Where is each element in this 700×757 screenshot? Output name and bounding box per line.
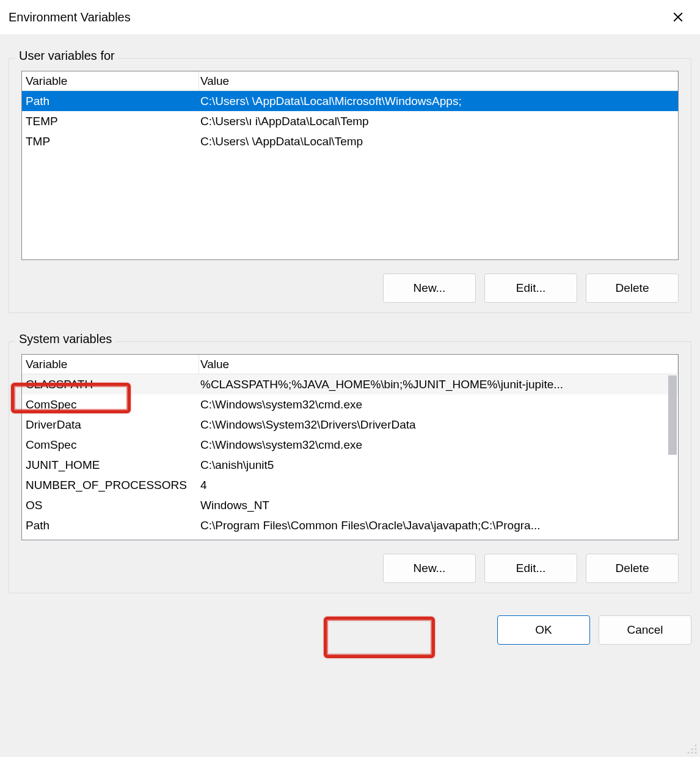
- cancel-button[interactable]: Cancel: [599, 615, 691, 645]
- variable-value: C:\Users\ \AppData\Local\Microsoft\Windo…: [199, 95, 678, 108]
- user-variables-buttons: New... Edit... Delete: [21, 273, 679, 303]
- user-variables-list[interactable]: Variable Value Path C:\Users\ \AppData\L…: [21, 71, 679, 260]
- variable-value: C:\Users\ \AppData\Local\Temp: [199, 135, 678, 148]
- dialog-title: Environment Variables: [9, 10, 131, 24]
- variable-name: NUMBER_OF_PROCESSORS: [22, 479, 199, 492]
- table-row[interactable]: JUNIT_HOME C:\anish\junit5: [22, 455, 678, 475]
- column-header-value[interactable]: Value: [199, 355, 678, 374]
- variable-name: TEMP: [22, 115, 199, 128]
- column-header-variable[interactable]: Variable: [22, 355, 199, 374]
- system-variables-legend: System variables: [15, 332, 115, 346]
- dialog-content: User variables for Variable Value Path C…: [0, 34, 700, 757]
- user-edit-button[interactable]: Edit...: [484, 273, 577, 303]
- table-row[interactable]: NUMBER_OF_PROCESSORS 4: [22, 475, 678, 495]
- variable-name: DriverData: [22, 418, 199, 432]
- column-header-value[interactable]: Value: [199, 71, 678, 90]
- system-variables-group: System variables Variable Value CLASSPAT…: [9, 341, 691, 593]
- system-edit-button[interactable]: Edit...: [484, 554, 577, 583]
- variable-name: TMP: [22, 135, 199, 148]
- close-icon: [673, 12, 684, 23]
- variable-value: 4: [199, 479, 678, 492]
- table-row[interactable]: Path C:\Program Files\Common Files\Oracl…: [22, 515, 678, 535]
- table-row[interactable]: DriverData C:\Windows\System32\Drivers\D…: [22, 415, 678, 435]
- variable-value: Windows_NT: [199, 499, 678, 512]
- svg-point-3: [688, 752, 690, 754]
- system-variables-body: CLASSPATH %CLASSPATH%;%JAVA_HOME%\bin;%J…: [22, 374, 678, 535]
- variable-value: C:\Windows\system32\cmd.exe: [199, 438, 678, 452]
- ok-button[interactable]: OK: [497, 615, 590, 645]
- environment-variables-dialog: Environment Variables User variables for…: [0, 0, 700, 757]
- variable-value: C:\anish\junit5: [199, 458, 678, 472]
- variable-name: ComSpec: [22, 438, 199, 452]
- table-row[interactable]: ComSpec C:\Windows\system32\cmd.exe: [22, 394, 678, 415]
- system-delete-button[interactable]: Delete: [586, 554, 679, 583]
- system-variables-list[interactable]: Variable Value CLASSPATH %CLASSPATH%;%JA…: [21, 354, 679, 540]
- variable-value: C:\Windows\System32\Drivers\DriverData: [199, 418, 678, 432]
- table-row[interactable]: ComSpec C:\Windows\system32\cmd.exe: [22, 435, 678, 455]
- variable-name: JUNIT_HOME: [22, 458, 199, 472]
- list-header[interactable]: Variable Value: [22, 355, 678, 374]
- user-delete-button[interactable]: Delete: [586, 273, 679, 303]
- column-header-variable[interactable]: Variable: [22, 71, 199, 90]
- variable-name: Path: [22, 519, 199, 532]
- variable-name: ComSpec: [22, 398, 199, 411]
- user-variables-legend: User variables for: [15, 49, 118, 63]
- svg-point-0: [695, 745, 697, 747]
- variable-value: C:\Program Files\Common Files\Oracle\Jav…: [199, 519, 678, 532]
- user-new-button[interactable]: New...: [383, 273, 476, 303]
- user-variables-body: Path C:\Users\ \AppData\Local\Microsoft\…: [22, 91, 678, 151]
- dialog-buttons: OK Cancel: [9, 615, 691, 645]
- table-row[interactable]: OS Windows_NT: [22, 495, 678, 515]
- variable-value: C:\Windows\system32\cmd.exe: [199, 398, 678, 411]
- titlebar: Environment Variables: [0, 0, 700, 34]
- svg-point-4: [691, 752, 693, 754]
- table-row[interactable]: CLASSPATH %CLASSPATH%;%JAVA_HOME%\bin;%J…: [22, 374, 678, 394]
- variable-name: Path: [22, 95, 199, 108]
- variable-value: %CLASSPATH%;%JAVA_HOME%\bin;%JUNIT_HOME%…: [199, 378, 678, 391]
- user-variables-group: User variables for Variable Value Path C…: [9, 58, 691, 313]
- system-variables-buttons: New... Edit... Delete: [21, 554, 679, 583]
- resize-grip-icon[interactable]: [687, 744, 698, 755]
- table-row[interactable]: TMP C:\Users\ \AppData\Local\Temp: [22, 131, 678, 151]
- system-new-button[interactable]: New...: [383, 554, 476, 583]
- variable-name: OS: [22, 499, 199, 512]
- svg-point-2: [695, 748, 697, 750]
- variable-value: C:\Users\ı i\AppData\Local\Temp: [199, 115, 678, 128]
- table-row[interactable]: Path C:\Users\ \AppData\Local\Microsoft\…: [22, 91, 678, 111]
- scrollbar-thumb[interactable]: [668, 375, 677, 455]
- svg-point-1: [691, 748, 693, 750]
- svg-point-5: [695, 752, 697, 754]
- table-row[interactable]: TEMP C:\Users\ı i\AppData\Local\Temp: [22, 111, 678, 131]
- list-header[interactable]: Variable Value: [22, 71, 678, 91]
- close-button[interactable]: [666, 5, 690, 29]
- variable-name: CLASSPATH: [22, 378, 199, 391]
